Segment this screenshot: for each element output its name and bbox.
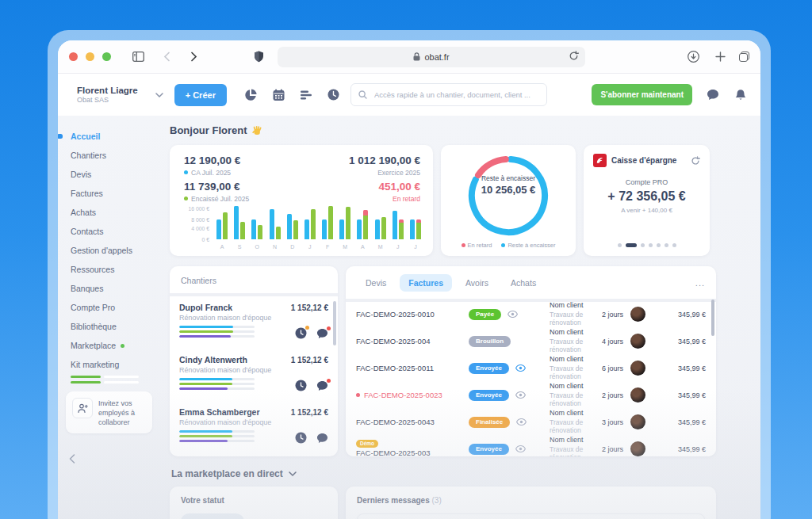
chantiers-scrollbar[interactable] — [333, 301, 336, 345]
tab-achats[interactable]: Achats — [502, 274, 545, 292]
eye-icon[interactable] — [515, 391, 526, 399]
carousel-dots[interactable] — [584, 243, 710, 247]
y-tick-label: 8 000 € — [191, 217, 209, 223]
eye-icon[interactable] — [508, 311, 518, 318]
create-button[interactable]: + Créer — [174, 84, 227, 106]
download-icon[interactable] — [685, 49, 701, 65]
invoice-row[interactable]: FAC-DEMO-2025-0023EnvoyéeNom clientTrava… — [346, 383, 716, 407]
sidebar-collapse-button[interactable] — [69, 454, 80, 464]
bell-icon[interactable] — [735, 89, 746, 101]
sidebar-item-ressources[interactable]: Ressources — [58, 260, 159, 279]
chat-icon[interactable] — [707, 89, 719, 101]
refresh-icon[interactable] — [569, 51, 579, 61]
url-bar[interactable]: obat.fr — [278, 47, 585, 67]
tabs-icon[interactable] — [739, 52, 749, 62]
sidebar-item-gestion-d-appels[interactable]: Gestion d'appels — [58, 241, 159, 260]
shield-icon[interactable] — [251, 49, 266, 65]
forward-icon[interactable] — [186, 49, 201, 65]
y-tick-label: 4 000 € — [191, 226, 209, 231]
close-window-button[interactable] — [69, 52, 78, 61]
message-item[interactable]: Recherche couvreur zingu — [357, 513, 705, 519]
back-icon[interactable] — [159, 49, 174, 65]
invoice-ref-text: FAC-DEMO-2025-0010 — [356, 310, 435, 319]
sidebar-item-marketplace[interactable]: Marketplace — [58, 336, 159, 355]
clock-icon[interactable] — [327, 89, 339, 101]
sidebar-toggle-icon[interactable] — [130, 49, 146, 65]
clock-icon[interactable] — [295, 327, 307, 339]
sidebar-item-banques[interactable]: Banques — [58, 279, 159, 298]
bar-group: N — [267, 200, 283, 250]
chevron-down-icon[interactable] — [155, 93, 163, 97]
invite-card[interactable]: Invitez vos employés à collaborer — [66, 391, 152, 433]
maximize-window-button[interactable] — [102, 52, 111, 61]
bar-ca — [304, 219, 309, 239]
ca-label: CA Juil. 2025 — [191, 169, 231, 177]
monthly-bar-chart: 16 000 €8 000 €4 000 €0 € ASONDJFMAMJJ — [184, 200, 423, 250]
invoice-row[interactable]: FAC-DEMO-2025-0010PayéeNom clientTravaux… — [346, 302, 716, 326]
sidebar-item-biblioth-que[interactable]: Bibliothèque — [58, 317, 159, 336]
account-switcher[interactable]: Florent Liagre Obat SAS — [77, 86, 138, 105]
bar-encaisse — [311, 209, 316, 239]
clock-icon[interactable] — [295, 432, 307, 444]
status-badge[interactable]: Disponible — [181, 513, 244, 519]
chat-icon[interactable] — [316, 328, 328, 339]
sync-icon[interactable] — [691, 156, 700, 166]
invoice-row[interactable]: DémoFAC-DEMO-2025-003EnvoyéeNom clientTr… — [346, 437, 716, 456]
bar-encaisse — [258, 225, 262, 239]
calendar-icon[interactable] — [273, 89, 285, 101]
invoice-project: Travaux de rénovation — [550, 445, 593, 457]
carousel-dot[interactable] — [626, 243, 637, 247]
bars-icon[interactable] — [301, 90, 312, 101]
kit-marketing-progress — [58, 374, 159, 384]
sidebar-item-kit-marketing[interactable]: Kit marketing — [58, 355, 159, 374]
carousel-dot[interactable] — [672, 243, 676, 247]
app-body: AccueilChantiersDevisFacturesAchatsConta… — [58, 116, 760, 519]
carousel-dot[interactable] — [657, 243, 661, 247]
bar-encaisse — [399, 223, 404, 239]
clock-icon[interactable] — [295, 380, 307, 391]
sidebar-item-chantiers[interactable]: Chantiers — [58, 146, 159, 165]
global-search[interactable] — [350, 83, 547, 106]
tab-avoirs[interactable]: Avoirs — [457, 274, 497, 292]
new-tab-icon[interactable] — [712, 49, 728, 65]
more-menu-icon[interactable]: ... — [695, 278, 705, 288]
carousel-dot[interactable] — [618, 243, 622, 247]
search-input[interactable] — [373, 90, 539, 100]
tab-devis[interactable]: Devis — [357, 274, 395, 292]
invoice-project: Travaux de rénovation — [550, 364, 593, 381]
chantier-row[interactable]: Cindy Altenwerth1 152,12 €Rénovation mai… — [170, 349, 338, 398]
sidebar-item-achats[interactable]: Achats — [58, 203, 159, 222]
bar-encaisse — [276, 227, 281, 239]
minimize-window-button[interactable] — [86, 52, 94, 61]
invoice-row[interactable]: FAC-DEMO-2025-0043FinaliséeNom clientTra… — [346, 410, 716, 434]
bar-encaisse — [293, 220, 298, 239]
sidebar-item-accueil[interactable]: Accueil — [58, 127, 159, 146]
carousel-dot[interactable] — [641, 243, 645, 247]
invoice-ref: FAC-DEMO-2025-004 — [356, 337, 469, 345]
sidebar-item-contacts[interactable]: Contacts — [58, 222, 159, 241]
invoice-row[interactable]: FAC-DEMO-2025-004BrouillonNom clientTrav… — [346, 329, 716, 353]
chantier-row[interactable]: Dupol Franck1 152,12 €Rénovation maison … — [170, 296, 338, 345]
avatar — [630, 334, 645, 349]
eye-icon[interactable] — [515, 364, 526, 372]
sidebar-item-label: Marketplace — [71, 341, 116, 350]
pie-chart-icon[interactable] — [244, 89, 257, 101]
invoices-scrollbar[interactable] — [711, 300, 714, 336]
sidebar-item-factures[interactable]: Factures — [58, 184, 159, 203]
chat-icon[interactable] — [316, 433, 328, 444]
eye-icon[interactable] — [516, 418, 527, 426]
sidebar-item-compte-pro[interactable]: Compte Pro — [58, 298, 159, 317]
subscribe-button[interactable]: S'abonner maintenant — [592, 84, 692, 105]
marketplace-section-title[interactable]: La marketplace en direct — [171, 468, 760, 479]
avatar — [630, 387, 645, 403]
chat-icon[interactable] — [316, 380, 328, 391]
x-tick-label: D — [285, 244, 301, 250]
carousel-dot[interactable] — [649, 243, 653, 247]
chantier-row[interactable]: Emma Schamberger1 152,12 €Rénovation mai… — [170, 401, 338, 450]
invoice-row[interactable]: FAC-DEMO-2025-0011EnvoyéeNom clientTrava… — [346, 356, 716, 380]
invoice-project: Travaux de rénovation — [550, 338, 593, 354]
tab-factures[interactable]: Factures — [400, 274, 452, 292]
carousel-dot[interactable] — [665, 243, 668, 247]
sidebar-item-devis[interactable]: Devis — [58, 165, 159, 184]
eye-icon[interactable] — [515, 445, 526, 452]
